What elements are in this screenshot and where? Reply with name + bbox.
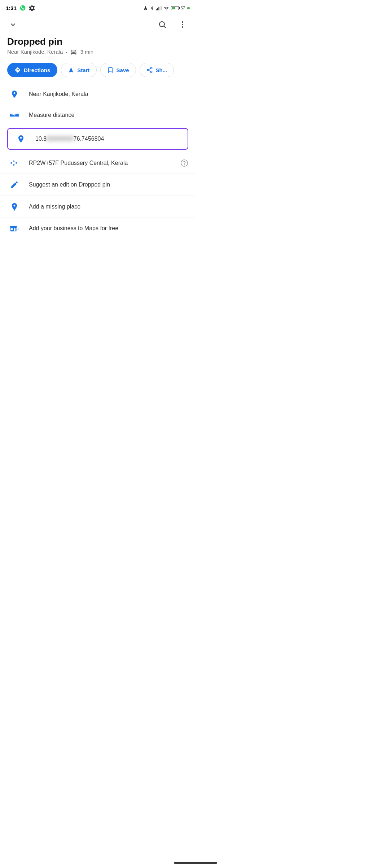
search-button[interactable] (157, 19, 168, 30)
svg-point-10 (150, 67, 152, 69)
navigation-icon (143, 5, 148, 11)
svg-point-27 (11, 163, 12, 163)
more-options-button[interactable] (177, 19, 188, 30)
svg-rect-2 (157, 8, 158, 10)
svg-rect-35 (11, 228, 13, 230)
start-nav-icon (68, 67, 74, 73)
save-button[interactable]: Save (100, 63, 136, 77)
svg-rect-38 (18, 228, 18, 230)
place-title: Dropped pin (7, 36, 188, 47)
directions-icon (14, 67, 21, 73)
whatsapp-icon (19, 5, 26, 11)
svg-rect-3 (158, 7, 159, 10)
svg-rect-16 (11, 114, 11, 115)
edit-icon (10, 180, 19, 189)
coords-prefix: 10.8 (35, 136, 47, 142)
wifi-icon (163, 6, 170, 10)
coords-blurred: XXXXXXX (47, 136, 74, 142)
suggest-edit-text: Suggest an edit on Dropped pin (29, 181, 188, 188)
directions-label: Directions (24, 67, 50, 73)
bluetooth-icon (150, 6, 154, 10)
save-label: Save (117, 67, 129, 73)
place-subtitle: Near Kanjikode, Kerala · 3 min (7, 49, 188, 55)
add-business-text: Add your business to Maps for free (29, 225, 188, 232)
svg-rect-36 (14, 228, 16, 231)
share-icon (146, 67, 153, 73)
chevron-down-icon (9, 20, 17, 29)
time-display: 1:31 (6, 5, 17, 11)
coordinates-pin-icon (17, 135, 25, 143)
svg-rect-1 (156, 9, 157, 10)
svg-point-9 (182, 26, 183, 28)
ruler-icon (10, 112, 19, 118)
svg-point-28 (13, 161, 14, 162)
svg-rect-17 (12, 114, 13, 115)
action-buttons-row: Directions Start Save Sh... (0, 59, 196, 83)
svg-line-14 (149, 69, 150, 70)
edit-icon-container (7, 180, 22, 189)
directions-button[interactable]: Directions (7, 63, 57, 77)
settings-icon (29, 5, 35, 11)
help-circle-icon (180, 159, 188, 167)
status-right: 57 (143, 5, 190, 11)
coordinates-wrapper: 10.8XXXXXXX76.7456804 (0, 125, 196, 153)
plus-code-text: RP2W+57F Pudussery Central, Kerala (29, 160, 173, 166)
svg-point-32 (184, 165, 185, 165)
list-item-add-place[interactable]: + Add a missing place (0, 196, 196, 218)
svg-point-0 (20, 5, 26, 11)
svg-rect-21 (17, 114, 17, 115)
list-item-add-business[interactable]: Add your business to Maps for free (0, 218, 196, 239)
svg-rect-5 (161, 6, 162, 10)
svg-point-11 (147, 69, 149, 71)
svg-rect-19 (14, 114, 15, 116)
drive-duration: 3 min (80, 49, 93, 55)
place-location: Near Kanjikode, Kerala (7, 49, 63, 55)
signal-icon (156, 6, 162, 10)
more-vert-icon (178, 20, 187, 29)
list-item-plus-code[interactable]: RP2W+57F Pudussery Central, Kerala (0, 153, 196, 174)
list-item-location[interactable]: Near Kanjikode, Kerala (0, 83, 196, 105)
add-location-icon-container: + (7, 202, 22, 211)
svg-point-31 (181, 160, 188, 166)
svg-rect-20 (16, 114, 16, 115)
svg-rect-4 (159, 6, 160, 10)
plus-code-icon (10, 159, 19, 167)
collapse-button[interactable] (7, 19, 19, 30)
bookmark-icon (107, 67, 114, 73)
location-pin-icon (10, 90, 19, 98)
svg-point-7 (182, 21, 183, 23)
list-item-coordinates[interactable]: 10.8XXXXXXX76.7456804 (7, 128, 188, 150)
add-place-text: Add a missing place (29, 203, 188, 210)
add-business-icon-container (7, 224, 22, 232)
status-bar: 1:31 (0, 0, 196, 14)
top-bar-actions (157, 19, 188, 30)
svg-point-29 (13, 165, 14, 165)
battery-indicator: 57 (171, 6, 190, 10)
dot-separator: · (66, 49, 67, 55)
share-button[interactable]: Sh... (140, 63, 174, 77)
svg-line-13 (149, 70, 150, 71)
list-item-suggest-edit[interactable]: Suggest an edit on Dropped pin (0, 174, 196, 196)
list-item-measure[interactable]: Measure distance (0, 105, 196, 125)
share-label: Sh... (156, 67, 167, 73)
coords-icon-container (14, 135, 28, 143)
svg-rect-18 (13, 114, 14, 115)
plus-code-icon-container (7, 159, 22, 167)
svg-point-8 (182, 24, 183, 25)
plus-code-info-button[interactable] (180, 159, 188, 167)
coordinates-text: 10.8XXXXXXX76.7456804 (35, 136, 182, 142)
svg-text:+: + (13, 208, 16, 211)
svg-point-12 (150, 71, 152, 73)
car-icon (70, 49, 77, 54)
location-text: Near Kanjikode, Kerala (29, 91, 188, 97)
start-button[interactable]: Start (61, 63, 96, 77)
place-info-section: Dropped pin Near Kanjikode, Kerala · 3 m… (0, 35, 196, 59)
list-section: Near Kanjikode, Kerala Measure distance (0, 83, 196, 239)
coords-suffix: 76.7456804 (74, 136, 104, 142)
svg-rect-22 (18, 114, 18, 115)
svg-point-30 (16, 163, 17, 163)
status-left: 1:31 (6, 5, 35, 11)
top-action-bar (0, 14, 196, 35)
measure-distance-text: Measure distance (29, 112, 188, 118)
start-label: Start (77, 67, 89, 73)
